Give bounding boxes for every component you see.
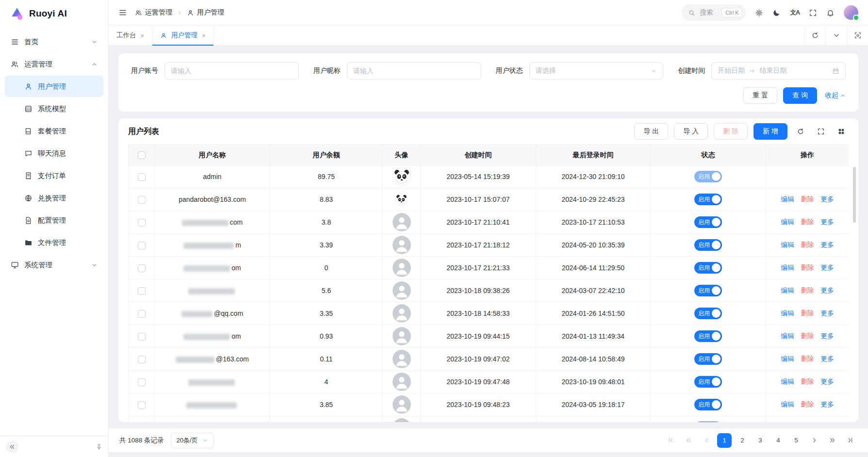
delete-link[interactable]: 删除	[801, 355, 814, 362]
sidebar-item-package-management[interactable]: 套餐管理	[5, 120, 103, 142]
tab-user-management[interactable]: 用户管理 ×	[152, 26, 214, 45]
row-checkbox[interactable]	[138, 196, 146, 204]
more-link[interactable]: 更多	[821, 355, 834, 362]
fullscreen-icon[interactable]	[814, 124, 828, 139]
edit-link[interactable]: 编辑	[781, 218, 794, 226]
sidebar-item-exchange-management[interactable]: 兑换管理	[5, 187, 103, 209]
refresh-icon[interactable]	[793, 124, 808, 139]
delete-link[interactable]: 删除	[801, 310, 814, 317]
sidebar-item-home[interactable]: 首页	[5, 31, 103, 52]
more-link[interactable]: 更多	[821, 218, 834, 226]
delete-button[interactable]: 删 除	[714, 123, 748, 140]
status-toggle[interactable]: 启用	[694, 376, 722, 388]
status-toggle[interactable]: 启用	[694, 194, 722, 205]
page-button-2[interactable]: 2	[735, 433, 750, 448]
delete-link[interactable]: 删除	[801, 196, 814, 203]
edit-link[interactable]: 编辑	[781, 401, 794, 408]
row-checkbox[interactable]	[138, 356, 146, 363]
status-toggle[interactable]: 启用	[694, 216, 722, 228]
more-link[interactable]: 更多	[821, 310, 834, 317]
more-link[interactable]: 更多	[821, 332, 834, 340]
collapse-filters-link[interactable]: 收起	[825, 91, 846, 100]
delete-link[interactable]: 删除	[801, 401, 814, 408]
previous-page-button[interactable]	[699, 433, 714, 448]
pin-icon[interactable]	[96, 443, 102, 450]
status-toggle[interactable]: 启用	[694, 239, 722, 251]
import-button[interactable]: 导 入	[674, 123, 708, 140]
row-checkbox[interactable]	[138, 219, 146, 227]
row-checkbox[interactable]	[138, 333, 146, 341]
row-checkbox[interactable]	[138, 173, 146, 181]
breadcrumb-user-management[interactable]: 用户管理	[187, 8, 224, 17]
edit-link[interactable]: 编辑	[781, 264, 794, 271]
close-icon[interactable]: ×	[202, 33, 206, 39]
edit-link[interactable]: 编辑	[781, 310, 794, 317]
status-toggle[interactable]: 启用	[694, 399, 722, 410]
more-link[interactable]: 更多	[821, 287, 834, 294]
sidebar-item-chat-messages[interactable]: 聊天消息	[5, 143, 103, 164]
first-page-button[interactable]	[663, 433, 678, 448]
forward-5-pages-button[interactable]	[825, 433, 839, 448]
page-button-3[interactable]: 3	[753, 433, 768, 448]
sidebar-item-file-management[interactable]: 文件管理	[5, 232, 103, 253]
column-settings-icon[interactable]	[834, 124, 849, 139]
sidebar-item-config-management[interactable]: 配置管理	[5, 210, 103, 231]
status-toggle[interactable]: 启用	[694, 308, 722, 319]
row-checkbox[interactable]	[138, 287, 146, 295]
sidebar-item-system-models[interactable]: 系统模型	[5, 98, 103, 119]
refresh-icon[interactable]	[804, 26, 825, 45]
app-logo[interactable]: Ruoyi AI	[0, 0, 108, 27]
more-link[interactable]: 更多	[821, 196, 834, 203]
query-button[interactable]: 查 询	[783, 87, 817, 104]
more-link[interactable]: 更多	[821, 264, 834, 271]
reset-button[interactable]: 重 置	[743, 87, 777, 104]
last-page-button[interactable]	[843, 433, 857, 448]
account-input[interactable]	[171, 67, 293, 75]
page-button-5[interactable]: 5	[789, 433, 803, 448]
sidebar-collapse-button[interactable]	[6, 441, 18, 453]
status-toggle[interactable]: 启用	[694, 285, 722, 296]
status-toggle[interactable]: 启用	[694, 171, 722, 182]
chevron-down-icon[interactable]	[825, 26, 847, 45]
edit-link[interactable]: 编辑	[781, 287, 794, 294]
close-icon[interactable]: ×	[141, 33, 145, 39]
settings-icon[interactable]	[755, 9, 763, 17]
back-5-pages-button[interactable]	[681, 433, 696, 448]
status-toggle[interactable]: 启用	[694, 422, 722, 422]
date-range-picker[interactable]: 开始日期 结束日期	[711, 62, 846, 80]
sidebar-item-system-management[interactable]: 系统管理	[5, 254, 103, 276]
notifications-icon[interactable]	[826, 9, 835, 17]
status-toggle[interactable]: 启用	[694, 330, 722, 342]
more-link[interactable]: 更多	[821, 241, 834, 248]
edit-link[interactable]: 编辑	[781, 241, 794, 248]
sidebar-item-operations[interactable]: 运营管理	[5, 53, 103, 75]
edit-link[interactable]: 编辑	[781, 378, 794, 385]
status-toggle[interactable]: 启用	[694, 262, 722, 274]
status-select[interactable]: 请选择	[529, 62, 664, 80]
more-link[interactable]: 更多	[821, 378, 834, 385]
page-size-select[interactable]: 20条/页	[171, 433, 214, 448]
focus-view-icon[interactable]	[847, 26, 868, 45]
edit-link[interactable]: 编辑	[781, 332, 794, 340]
export-button[interactable]: 导 出	[634, 123, 668, 140]
page-button-1[interactable]: 1	[717, 433, 732, 448]
more-link[interactable]: 更多	[821, 401, 834, 408]
delete-link[interactable]: 删除	[801, 332, 814, 340]
edit-link[interactable]: 编辑	[781, 196, 794, 203]
status-toggle[interactable]: 启用	[694, 353, 722, 365]
delete-link[interactable]: 删除	[801, 241, 814, 248]
fullscreen-icon[interactable]	[809, 9, 817, 17]
next-page-button[interactable]	[807, 433, 821, 448]
delete-link[interactable]: 删除	[801, 264, 814, 271]
tab-workbench[interactable]: 工作台 ×	[109, 26, 152, 45]
edit-link[interactable]: 编辑	[781, 355, 794, 362]
sidebar-item-user-management[interactable]: 用户管理	[5, 76, 103, 97]
nickname-input[interactable]	[353, 67, 475, 75]
global-search[interactable]: 搜索 Ctrl K	[682, 4, 746, 21]
delete-link[interactable]: 删除	[801, 287, 814, 294]
row-checkbox[interactable]	[138, 401, 146, 409]
row-checkbox[interactable]	[138, 378, 146, 386]
row-checkbox[interactable]	[138, 264, 146, 272]
sidebar-item-payment-orders[interactable]: 支付订单	[5, 165, 103, 186]
breadcrumb-operations[interactable]: 运营管理	[135, 8, 172, 17]
